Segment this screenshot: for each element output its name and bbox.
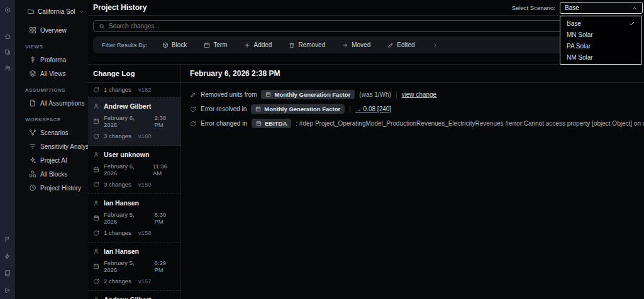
change-detail-row: Removed units fromMonthly Generation Fac… <box>190 90 644 99</box>
calendar-icon <box>93 263 99 269</box>
scenario-select[interactable]: Base <box>560 2 643 14</box>
sidebar-item-overview[interactable]: Overview <box>15 23 88 37</box>
calendar-icon <box>93 166 99 173</box>
sparkle-icon <box>29 156 36 164</box>
book-icon <box>4 270 11 276</box>
rail-users-button[interactable] <box>3 63 13 73</box>
change-detail-panel: February 6, 2026 2:38 PM Removed units f… <box>181 65 644 299</box>
sidebar-item-scenarios[interactable]: Scenarios <box>15 126 88 139</box>
more-filters-button[interactable] <box>432 42 438 48</box>
entry-version: v162 <box>138 86 152 93</box>
change-detail-title: February 6, 2026 2:38 PM <box>181 65 644 83</box>
sidebar-item-all-views[interactable]: All Views <box>15 67 88 80</box>
person-icon <box>93 200 99 206</box>
change-detail-rows: Removed units fromMonthly Generation Fac… <box>181 83 644 133</box>
calendar-icon <box>265 92 271 97</box>
sidebar-item-proforma[interactable]: Proforma <box>15 53 88 67</box>
project-name: California Sol... <box>38 8 75 15</box>
rail-logout-button[interactable] <box>3 285 13 295</box>
scenario-dropdown-menu: BaseMN SolarPA SolarNM Solar <box>560 16 642 65</box>
folder-icon <box>27 8 35 15</box>
sidebar-item-label: All Blocks <box>40 171 67 178</box>
entry-change-count: 3 changes <box>104 133 131 139</box>
pencil-icon <box>387 42 394 48</box>
scenario-option-mn-solar[interactable]: MN Solar <box>560 29 641 40</box>
filter-block-button[interactable]: Block <box>162 41 187 48</box>
changelog-entry[interactable]: Andrew GilbertFebruary 6, 20262:38 PM3 c… <box>88 97 180 146</box>
change-log-panel: Change Log 1 changesv162Andrew GilbertFe… <box>88 65 181 299</box>
scenario-option-label: NM Solar <box>567 54 593 61</box>
arrow-right-icon <box>342 42 348 48</box>
search-bar <box>93 20 639 32</box>
rail-bolt-button[interactable] <box>3 251 13 261</box>
filter-term-button[interactable]: Term <box>204 41 227 48</box>
person-icon <box>93 248 99 254</box>
change-log-list: 1 changesv162Andrew GilbertFebruary 6, 2… <box>88 83 180 299</box>
filter-added-button[interactable]: Added <box>244 41 272 48</box>
scenario-option-nm-solar[interactable]: NM Solar <box>560 52 641 63</box>
file-icon <box>29 99 36 107</box>
pencil-icon <box>190 92 196 98</box>
entry-time: 11:36 AM <box>153 163 175 177</box>
sync-icon <box>93 87 99 93</box>
change-action-text: Error resolved in <box>201 106 247 112</box>
change-action-text: Error changed in <box>201 120 247 127</box>
flag-icon <box>4 236 11 242</box>
users-icon <box>4 65 11 71</box>
scenario-option-pa-solar[interactable]: PA Solar <box>560 40 641 52</box>
sidebar-item-label: Overview <box>40 27 67 34</box>
sidebar-item-project-history[interactable]: Project History <box>15 181 88 195</box>
entry-version: v158 <box>138 229 152 236</box>
box-icon <box>162 42 169 48</box>
calendar-icon <box>204 42 210 48</box>
changelog-entry[interactable]: User unknownFebruary 6, 202611:36 AM3 ch… <box>88 146 180 194</box>
filter-removed-button[interactable]: Removed <box>289 41 325 48</box>
calendar-icon <box>256 121 262 126</box>
block-badge[interactable]: Monthly Generation Factor <box>261 90 355 99</box>
sidebar-item-all-assumptions[interactable]: All Assumptions <box>15 96 88 110</box>
scenario-option-base[interactable]: Base <box>560 18 641 29</box>
sidebar-item-sensitivity-analysis[interactable]: Sensitivity Analysis <box>15 139 88 153</box>
sidebar-item-all-blocks[interactable]: All Blocks <box>15 167 88 181</box>
entry-time: 8:30 PM <box>155 211 176 225</box>
changelog-entry[interactable]: Andrew GilbertFebruary 4, 20263:21 PM20 … <box>88 291 180 299</box>
search-input[interactable] <box>109 23 633 30</box>
sidebar-item-label: Scenarios <box>40 129 68 136</box>
change-link[interactable]: view change <box>402 91 437 98</box>
filter-label: Filter Results By: <box>102 41 147 48</box>
filter-edited-button[interactable]: Edited <box>387 41 414 48</box>
project-selector[interactable]: California Sol... <box>15 6 88 16</box>
scenario-option-label: Base <box>567 20 581 27</box>
rail-top-icons <box>3 5 13 73</box>
content-area: Change Log 1 changesv162Andrew GilbertFe… <box>88 64 644 299</box>
rail-home-button[interactable] <box>3 31 13 41</box>
changelog-entry[interactable]: Ian HansenFebruary 5, 20268:29 PM2 chang… <box>88 242 180 291</box>
sidebar-item-label: All Views <box>40 70 65 77</box>
rail-flag-button[interactable] <box>3 234 13 244</box>
rail-layers-button[interactable] <box>3 47 13 57</box>
block-badge[interactable]: Monthly Generation Factor <box>251 104 345 114</box>
sidebar-section-title: ASSUMPTIONS <box>15 80 88 96</box>
rail-book-button[interactable] <box>3 268 13 278</box>
scenario-option-label: MN Solar <box>567 31 593 38</box>
sidebar-item-label: All Assumptions <box>40 100 85 107</box>
entry-change-count: 3 changes <box>104 181 131 188</box>
entry-version: v159 <box>138 181 152 188</box>
block-badge[interactable]: EBITDA <box>252 119 291 128</box>
calendar-icon <box>93 118 99 124</box>
home-icon <box>4 33 11 40</box>
change-note: : #dep Project_OperatingModel_Production… <box>296 120 644 127</box>
icon-rail <box>0 0 15 299</box>
sidebar-item-label: Sensitivity Analysis <box>40 143 88 150</box>
filter-moved-button[interactable]: Moved <box>342 41 370 48</box>
changelog-entry[interactable]: Ian HansenFebruary 5, 20268:30 PM1 chang… <box>88 194 180 242</box>
entry-change-count: 1 changes <box>104 86 131 93</box>
changelog-entry[interactable]: 1 changesv162 <box>88 83 180 97</box>
flow-icon <box>29 129 36 136</box>
divider: | <box>349 106 351 112</box>
logo-icon <box>4 7 11 13</box>
filter-button-label: Removed <box>298 41 325 48</box>
sidebar-item-project-ai[interactable]: Project AI <box>15 153 88 167</box>
change-link[interactable]: → 0.08 [240] <box>355 106 391 112</box>
block-badge-label: Monthly Generation Factor <box>264 106 340 112</box>
